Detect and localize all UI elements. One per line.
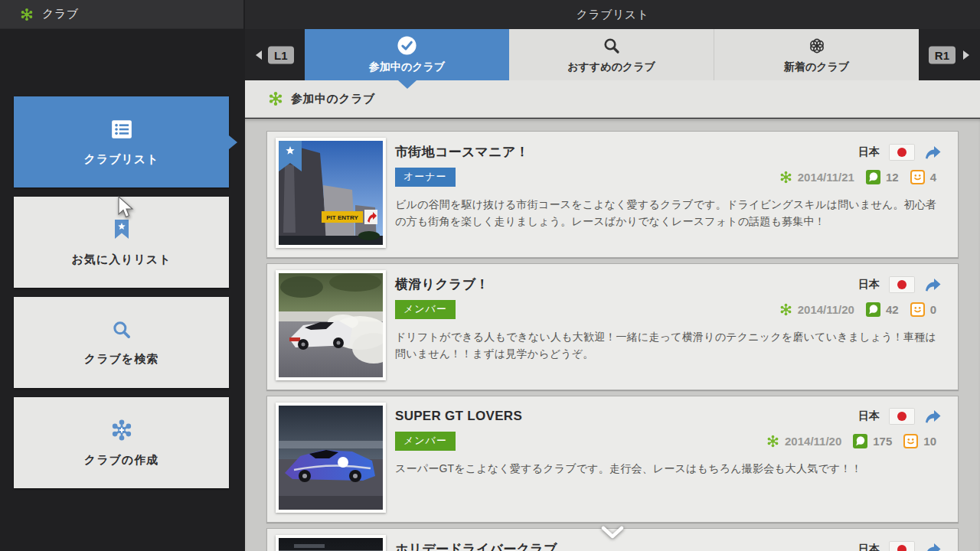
- tab-new-clubs[interactable]: 新着のクラブ: [714, 29, 919, 80]
- share-arrow-icon[interactable]: [924, 542, 942, 551]
- thumbnail-sign-text: PIT ENTRY: [326, 214, 358, 221]
- japan-flag-icon: [889, 541, 915, 551]
- club-thumbnail: [276, 403, 386, 513]
- japan-flag-icon: [889, 408, 915, 425]
- club-thumbnail: PIT ENTRY: [276, 138, 386, 248]
- bubble-count: 42: [886, 303, 899, 316]
- club-thumbnail: [276, 535, 386, 551]
- club-card[interactable]: SUPER GT LOVERS 日本 メンバー: [266, 396, 959, 523]
- country-label: 日本: [858, 278, 880, 292]
- role-badge: メンバー: [395, 300, 456, 319]
- club-description: スーパーGTをこよなく愛するクラブです。走行会、レースはもちろん撮影会も大人気で…: [395, 461, 942, 478]
- club-icon: [779, 171, 792, 184]
- club-date: 2014/11/20: [798, 303, 854, 316]
- club-name: 横滑りクラブ！: [395, 276, 489, 293]
- club-description: ドリフトができる人もできない人も大歓迎！一緒に走って横滑りのテクニックを磨いてい…: [395, 329, 942, 362]
- club-date: 2014/11/21: [798, 171, 854, 184]
- smiley-count: 4: [930, 171, 936, 184]
- section-header: 参加中のクラブ: [245, 80, 980, 118]
- section-title: 参加中のクラブ: [291, 92, 375, 106]
- sidebar-item-label: クラブリスト: [83, 152, 158, 167]
- smiley-icon: [910, 302, 925, 317]
- scroll-down-chevron-icon[interactable]: [599, 525, 626, 540]
- search-icon: [111, 319, 132, 341]
- club-list: PIT ENTRY 市街地コースマニア！ 日本: [245, 119, 980, 551]
- favorite-ribbon-icon: [279, 141, 302, 171]
- app-title-bar: クラブ: [0, 0, 243, 29]
- club-thumbnail: [276, 270, 386, 380]
- bubble-count: 175: [873, 435, 892, 448]
- l1-shoulder-button[interactable]: L1: [268, 46, 294, 64]
- bubble-count: 12: [886, 171, 899, 184]
- tab-strip: 参加中のクラブ おすすめのクラブ 新着のクラブ: [305, 29, 919, 80]
- active-tab-pointer: [398, 80, 416, 89]
- role-badge: メンバー: [395, 432, 456, 451]
- active-notch: [229, 135, 237, 149]
- list-icon: [110, 118, 133, 141]
- tab-joined-clubs[interactable]: 参加中のクラブ: [305, 29, 509, 80]
- tab-recommended-clubs[interactable]: おすすめのクラブ: [509, 29, 714, 80]
- club-date: 2014/11/20: [785, 435, 841, 448]
- japan-flag-icon: [889, 144, 915, 161]
- smiley-icon: [910, 170, 925, 184]
- club-icon: [766, 435, 779, 448]
- r1-shoulder-button[interactable]: R1: [929, 46, 956, 64]
- mouse-cursor: [116, 196, 136, 219]
- role-badge: オーナー: [395, 168, 456, 187]
- country-label: 日本: [858, 409, 880, 423]
- country-label: 日本: [858, 543, 880, 551]
- speech-bubble-icon: [853, 434, 867, 448]
- sidebar-item-search-clubs[interactable]: クラブを検索: [14, 297, 229, 388]
- sidebar-item-label: クラブを検索: [84, 352, 158, 367]
- club-create-icon: [110, 419, 133, 442]
- club-name: ホリデードライバークラブ: [395, 540, 557, 551]
- search-icon: [602, 36, 622, 56]
- sidebar-item-club-list[interactable]: クラブリスト: [14, 96, 229, 187]
- japan-flag-icon: [889, 276, 915, 293]
- tab-label: おすすめのクラブ: [567, 60, 655, 74]
- tab-bar: L1 参加中のクラブ おすすめのクラブ 新着のク: [245, 29, 980, 80]
- tab-label: 新着のクラブ: [784, 60, 849, 74]
- club-description: ビルの谷間を駆け抜ける市街コースをこよなく愛するクラブです。ドライビングスキルは…: [395, 197, 942, 230]
- sidebar-item-create-club[interactable]: クラブの作成: [14, 397, 229, 488]
- share-arrow-icon[interactable]: [924, 277, 942, 292]
- sidebar-item-label: お気に入りリスト: [71, 253, 171, 267]
- club-icon: [268, 91, 283, 106]
- tab-label: 参加中のクラブ: [369, 60, 445, 74]
- shoulder-right-arrow-icon: [963, 51, 969, 60]
- club-card[interactable]: PIT ENTRY 市街地コースマニア！ 日本: [266, 131, 959, 258]
- sidebar-item-label: クラブの作成: [84, 453, 158, 468]
- app-title: クラブ: [42, 7, 79, 21]
- club-name: SUPER GT LOVERS: [395, 409, 522, 424]
- smiley-count: 0: [930, 303, 936, 316]
- page-title-bar: クラブリスト: [245, 0, 980, 29]
- bookmark-star-icon: [112, 218, 132, 241]
- country-label: 日本: [858, 145, 880, 159]
- club-card[interactable]: 横滑りクラブ！ 日本 メンバー: [266, 263, 959, 390]
- share-arrow-icon[interactable]: [924, 409, 942, 424]
- check-circle-icon: [397, 35, 417, 56]
- flower-icon: [807, 36, 827, 56]
- smiley-count: 10: [923, 435, 936, 448]
- sidebar: クラブリスト お気に入りリスト クラブを検索: [0, 29, 245, 551]
- smiley-icon: [903, 434, 918, 448]
- speech-bubble-icon: [866, 170, 880, 184]
- club-name: 市街地コースマニア！: [395, 143, 529, 161]
- club-icon: [20, 8, 34, 21]
- speech-bubble-icon: [866, 302, 880, 317]
- page-title: クラブリスト: [576, 8, 648, 22]
- top-bar: クラブ クラブリスト: [0, 0, 980, 29]
- share-arrow-icon[interactable]: [924, 145, 942, 160]
- club-icon: [779, 303, 792, 316]
- shoulder-left-arrow-icon: [256, 51, 262, 60]
